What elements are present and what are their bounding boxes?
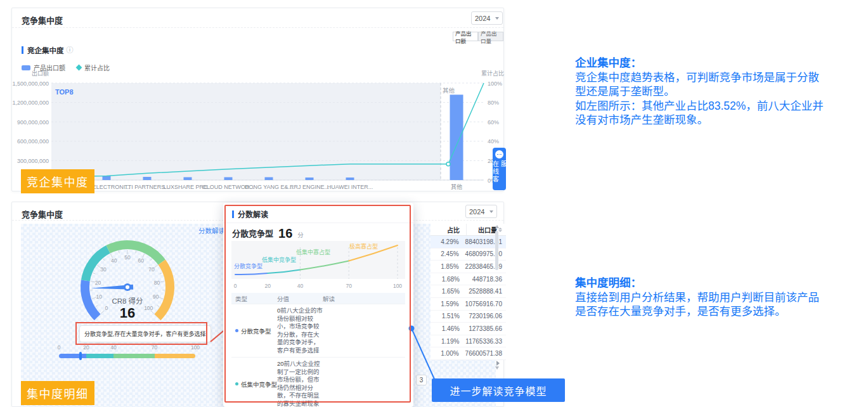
share-cell: 1.46% <box>431 325 466 332</box>
export-cell: 22838465.39 <box>465 263 506 270</box>
score-cell: 0前八大企业的市场份额相对较小，市场竞争较为分散，存在大量的竞争对手，客户有更多… <box>277 307 323 354</box>
svg-text:低集中竞争型: 低集中竞争型 <box>262 256 296 263</box>
tooltip-highlight-box <box>75 322 207 345</box>
export-cell: 46809975.90 <box>465 250 506 257</box>
score-unit: 分 <box>297 230 304 239</box>
type-dot-icon <box>235 382 238 385</box>
scroll-right-icon[interactable] <box>496 361 500 366</box>
linear-segment <box>86 354 113 358</box>
svg-text:TOP8: TOP8 <box>55 88 74 96</box>
table-header: 类型 分值 解读 <box>231 293 405 304</box>
card2-year-value: 2024 <box>469 208 484 216</box>
linear-gauge-bar[interactable] <box>59 354 195 358</box>
info-icon[interactable]: ⓘ <box>67 47 74 54</box>
share-cell: 1.85% <box>431 263 465 270</box>
scroll-down-icon[interactable] <box>495 366 499 370</box>
share-cell: 1.59% <box>431 300 465 307</box>
svg-text:极高寡占型: 极高寡占型 <box>349 243 378 250</box>
linear-segment <box>59 354 86 358</box>
pagination-page-3[interactable]: 3 <box>416 375 427 385</box>
export-cell: 11765336.33 <box>465 338 506 345</box>
type-dot-icon <box>235 329 238 332</box>
export-cell: 76600571.38 <box>465 350 506 357</box>
svg-text:80%: 80% <box>488 100 499 106</box>
svg-text:40: 40 <box>111 257 117 264</box>
svg-text:分散竞争型: 分散竞争型 <box>234 262 262 269</box>
export-metric-toggle: 产品出口额 产品出口量 <box>453 32 503 41</box>
vertical-scrollbar[interactable] <box>495 225 500 370</box>
linear-gauge-marker[interactable] <box>79 352 82 360</box>
note-line: 竞企集中度趋势表格，可判断竞争市场是属于分散 <box>575 70 868 85</box>
linear-tick: 100 <box>191 344 200 351</box>
svg-text:600,000,000: 600,000,000 <box>17 138 49 145</box>
col-desc-header: 解读 <box>323 294 405 303</box>
share-cell: 4.29% <box>431 238 465 245</box>
svg-text:DONG YANG E&...: DONG YANG E&... <box>245 184 293 190</box>
card1-year-select[interactable]: 2024 <box>471 11 503 25</box>
desc-cell: 前八大企业控制了一定比例的市场份额，但市场仍然相对分散，不存在明显的寡头垄断现象 <box>277 360 322 407</box>
interpretation-table: 类型 分值 解读 分散竞争型0前八大企业的市场份额相对较小，市场竞争较为分散，存… <box>231 293 405 407</box>
divider <box>12 27 503 28</box>
note-line: 直接给到用户分析结果，帮助用户判断目前该产品 <box>575 290 868 305</box>
share-cell: 1.00% <box>431 350 465 357</box>
section-header: 竞企集中度 ⓘ <box>22 45 74 55</box>
note-line: 是否存在大量竞争对手，是否有更多选择。 <box>575 304 868 319</box>
scroll-up-icon[interactable] <box>495 225 499 228</box>
scrollbar-thumb[interactable] <box>495 231 498 270</box>
section-title: 竞企集中度 <box>27 45 64 55</box>
score-interpretation-popup: 分数解读 分散竞争型 16 分 分散竞争型低集中竞争型低集中寡占型极高寡占型02… <box>223 203 413 407</box>
svg-text:70: 70 <box>346 283 352 289</box>
section-marker <box>232 210 234 218</box>
chevron-down-icon <box>489 210 493 213</box>
chat-bubble-icon <box>495 150 503 158</box>
col-type-header: 类型 <box>231 294 277 303</box>
svg-text:累计占比: 累计占比 <box>481 70 504 77</box>
linear-segment <box>155 354 196 358</box>
svg-text:900,000,000: 900,000,000 <box>17 119 49 126</box>
card2-title: 竞争集中度 <box>22 208 63 220</box>
interpretation-row: 低集中竞争型20前八大企业控制了一定比例的市场份额，但市场仍然相对分散，不存在明… <box>231 357 405 407</box>
toggle-export-quantity[interactable]: 产品出口量 <box>478 32 503 41</box>
online-service-button[interactable]: 在线客服 <box>493 148 506 190</box>
type-cell: 分散竞争型 <box>231 307 277 354</box>
desc-cell: 前八大企业的市场份额相对较小，市场竞争较为分散，存在大量的竞争对手，客户有更多选… <box>277 307 323 354</box>
export-cell: 7230196.06 <box>466 313 506 320</box>
svg-text:1,500,000,000: 1,500,000,000 <box>12 81 49 87</box>
score-type: 分散竞争型 <box>232 227 273 239</box>
svg-text:60%: 60% <box>488 119 499 126</box>
svg-text:70: 70 <box>148 266 155 273</box>
export-cell: 10756916.70 <box>465 300 506 307</box>
chevron-down-icon <box>495 17 499 20</box>
popup-title: 分数解读 <box>238 209 268 219</box>
svg-text:16: 16 <box>120 305 135 321</box>
score-cell: 20前八大企业控制了一定比例的市场份额，但市场仍然相对分散，不存在明显的寡头垄断… <box>277 360 323 407</box>
service-label: 在线客服 <box>491 160 508 190</box>
linear-tick: 70 <box>152 344 157 351</box>
page: 竞争集中度 2024 产品出口额 产品出口量 竞企集中度 ⓘ 产品出口额 累计占… <box>0 0 868 407</box>
export-cell: 88403198.51 <box>465 238 506 245</box>
popup-header: 分数解读 <box>232 209 268 219</box>
col-share-header: 占比 <box>431 225 466 235</box>
card1-title: 竞争集中度 <box>22 14 63 26</box>
interpret-model-button[interactable]: 进一步解读竞争模型 <box>432 378 565 402</box>
linear-tick: 20 <box>83 344 89 351</box>
svg-text:0: 0 <box>105 305 108 311</box>
export-cell: 2528888.41 <box>466 288 506 295</box>
svg-text:20: 20 <box>264 283 271 289</box>
linear-tick: 0 <box>58 344 61 351</box>
toggle-export-amount[interactable]: 产品出口额 <box>453 32 478 41</box>
svg-text:RRJ ENGINE...: RRJ ENGINE... <box>290 184 329 190</box>
note-concentration-detail: 集中度明细： 直接给到用户分析结果，帮助用户判断目前该产品 是否存在大量竞争对手… <box>575 276 868 319</box>
svg-text:20: 20 <box>95 280 101 286</box>
svg-text:80: 80 <box>154 280 160 286</box>
note-enterprise-concentration: 企业集中度： 竞企集中度趋势表格，可判断竞争市场是属于分散 型还是属于垄断型。 … <box>575 56 868 127</box>
svg-text:30: 30 <box>100 266 107 273</box>
svg-text:HUAWEI INTER...: HUAWEI INTER... <box>327 184 373 190</box>
linear-tick: 40 <box>110 344 116 351</box>
share-cell: 1.65% <box>431 288 466 295</box>
svg-text:10: 10 <box>96 294 103 300</box>
col-export-header[interactable]: 出口量 <box>466 224 506 235</box>
card2-year-select[interactable]: 2024 <box>465 205 497 218</box>
score-row: 分散竞争型 16 分 <box>232 227 304 239</box>
note-line: 如左图所示：其他产业占比83.52%，前八大企业并 <box>575 99 868 113</box>
